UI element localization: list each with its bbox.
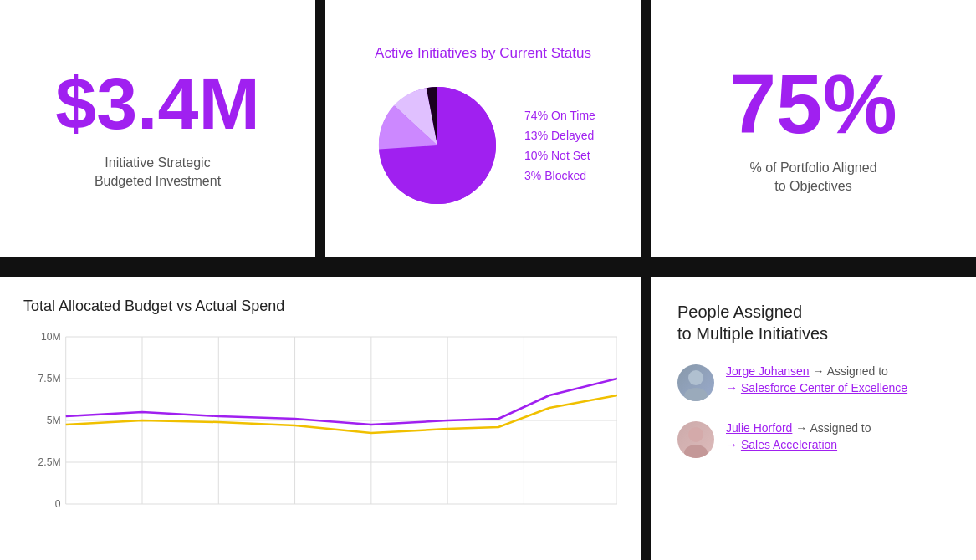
line-chart: 10M 7.5M 5M 2.5M 0 <box>23 328 617 521</box>
person-1-name[interactable]: Julie Horford <box>726 421 792 435</box>
legend-blocked: 3% Blocked <box>524 169 595 182</box>
gold-line <box>66 395 617 433</box>
person-entry-0: Jorge Johansen → Assigned to → Salesforc… <box>677 364 949 401</box>
person-info-0: Jorge Johansen → Assigned to → Salesforc… <box>726 364 907 395</box>
person-info-1: Julie Horford → Assigned to → Sales Acce… <box>726 421 871 451</box>
person-1-initiative-link[interactable]: Sales Acceleration <box>741 438 837 451</box>
svg-text:5M: 5M <box>47 415 61 426</box>
people-panel: People Assigned to Multiple Initiatives … <box>651 277 976 560</box>
budget-chart-panel: Total Allocated Budget vs Actual Spend 1… <box>0 277 651 560</box>
legend-delayed: 13% Delayed <box>524 129 595 142</box>
avatar-1 <box>677 421 714 458</box>
chart-title: Total Allocated Budget vs Actual Spend <box>23 298 617 315</box>
svg-text:7.5M: 7.5M <box>38 373 61 384</box>
portfolio-value: 75% <box>729 62 897 145</box>
svg-point-20 <box>688 370 703 385</box>
people-title: People Assigned to Multiple Initiatives <box>677 301 949 344</box>
kpi-budget: $3.4M Initiative Strategic Budgeted Inve… <box>0 0 325 267</box>
kpi-portfolio: 75% % of Portfolio Aligned to Objectives <box>651 0 976 267</box>
purple-line <box>66 379 617 425</box>
status-chart-title: Active Initiatives by Current Status <box>375 45 591 62</box>
legend-not-set: 10% Not Set <box>524 149 595 162</box>
budget-label: Initiative Strategic Budgeted Investment <box>95 154 221 191</box>
pie-legend: 74% On Time 13% Delayed 10% Not Set 3% B… <box>524 109 595 182</box>
person-0-link-line: → Salesforce Center of Excellence <box>726 381 907 395</box>
person-0-initiative-link[interactable]: Salesforce Center of Excellence <box>741 381 907 395</box>
svg-point-23 <box>684 445 708 458</box>
svg-text:2.5M: 2.5M <box>38 456 61 468</box>
svg-point-21 <box>684 388 708 401</box>
dashboard: $3.4M Initiative Strategic Budgeted Inve… <box>0 0 976 560</box>
person-entry-1: Julie Horford → Assigned to → Sales Acce… <box>677 421 949 458</box>
portfolio-label: % of Portfolio Aligned to Objectives <box>749 159 876 196</box>
budget-value: $3.4M <box>55 67 260 140</box>
person-1-link-line: → Sales Acceleration <box>726 438 871 451</box>
person-1-line1: Julie Horford → Assigned to <box>726 421 871 435</box>
svg-text:0: 0 <box>55 498 61 510</box>
pie-container: 74% On Time 13% Delayed 10% Not Set 3% B… <box>370 79 595 212</box>
person-0-name[interactable]: Jorge Johansen <box>726 364 810 378</box>
avatar-0 <box>677 364 714 401</box>
svg-point-22 <box>688 427 703 442</box>
person-0-line1: Jorge Johansen → Assigned to <box>726 364 907 378</box>
pie-chart <box>370 79 504 212</box>
svg-text:10M: 10M <box>41 331 61 343</box>
kpi-status-chart: Active Initiatives by Current Status <box>325 0 651 267</box>
legend-on-time: 74% On Time <box>524 109 595 122</box>
horizontal-divider <box>0 267 976 277</box>
